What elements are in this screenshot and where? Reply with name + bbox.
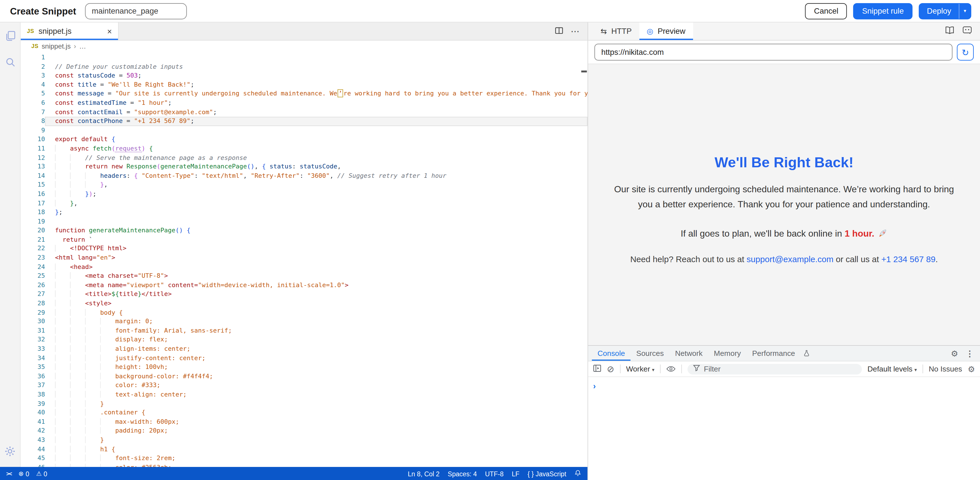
indentation-setting[interactable]: Spaces: 4 — [448, 470, 477, 477]
tab-preview[interactable]: ◎ Preview — [639, 22, 693, 40]
devtools-tab-console[interactable]: Console — [592, 346, 630, 361]
devtools-menu-kebab-icon[interactable]: ⋮ — [966, 349, 974, 358]
code-line[interactable]: 2// Define your customizable inputs — [21, 62, 587, 71]
preview-url-input[interactable] — [594, 44, 952, 60]
code-line[interactable]: 3const statusCode = 503; — [21, 71, 587, 80]
split-editor-icon[interactable] — [555, 25, 563, 37]
code-line[interactable]: 20function generateMaintenancePage() { — [21, 226, 587, 235]
code-line[interactable]: 9 — [21, 126, 587, 135]
code-line[interactable]: 1 — [21, 53, 587, 62]
deploy-button[interactable]: Deploy ▾ — [919, 3, 971, 19]
tab-snippet-js[interactable]: JS snippet.js × — [21, 22, 119, 40]
language-mode[interactable]: { } JavaScript — [528, 470, 566, 477]
code-line[interactable]: 32 display: flex; — [21, 336, 587, 345]
code-line[interactable]: 39 } — [21, 399, 587, 409]
close-tab-icon[interactable]: × — [107, 27, 112, 35]
cursor-position[interactable]: Ln 8, Col 2 — [408, 470, 440, 477]
files-icon[interactable] — [4, 30, 16, 44]
discord-icon[interactable] — [963, 25, 972, 37]
console-settings-gear-icon[interactable]: ⚙ — [968, 365, 975, 373]
code-line[interactable]: 23<html lang="en"> — [21, 253, 587, 263]
eol-setting[interactable]: LF — [512, 470, 519, 477]
problems-warnings[interactable]: ⚠ 0 — [36, 470, 47, 477]
search-icon[interactable] — [5, 57, 15, 70]
code-line[interactable]: 14 headers: { "Content-Type": "text/html… — [21, 171, 587, 181]
code-line[interactable]: 19 — [21, 217, 587, 226]
code-line[interactable]: 41 max-width: 600px; — [21, 418, 587, 427]
devtools-settings-gear-icon[interactable]: ⚙ — [951, 349, 958, 358]
code-line[interactable]: 7const contactEmail = "support@example.c… — [21, 108, 587, 117]
snippet-rule-button[interactable]: Snippet rule — [853, 3, 913, 19]
code-line[interactable]: 35 height: 100vh; — [21, 363, 587, 372]
devtools-tab-memory[interactable]: Memory — [708, 346, 746, 361]
devtools-tab-sources[interactable]: Sources — [631, 346, 670, 361]
console-prompt-chevron[interactable]: › — [593, 382, 596, 391]
code-line[interactable]: 22 <!DOCTYPE html> — [21, 244, 587, 253]
code-line[interactable]: 26 <meta name="viewport" content="width=… — [21, 281, 587, 290]
code-line[interactable]: 33 align-items: center; — [21, 345, 587, 353]
code-line[interactable]: 40 .container { — [21, 409, 587, 418]
code-line[interactable]: 42 padding: 20px; — [21, 427, 587, 436]
code-line[interactable]: 5const message = "Our site is currently … — [21, 89, 587, 98]
deploy-label[interactable]: Deploy — [920, 6, 959, 15]
code-line[interactable]: 34 justify-content: center; — [21, 353, 587, 363]
notifications-bell-icon[interactable] — [574, 469, 581, 478]
refresh-button[interactable]: ↻ — [957, 44, 974, 60]
code-line[interactable]: 10export default { — [21, 135, 587, 144]
code-line[interactable]: 36 background-color: #f4f4f4; — [21, 372, 587, 381]
code-line[interactable]: 37 color: #333; — [21, 381, 587, 390]
code-line[interactable]: 4const title = "We'll Be Right Back!"; — [21, 80, 587, 89]
code-line[interactable]: 28 <style> — [21, 299, 587, 308]
breadcrumb-more[interactable]: … — [80, 42, 86, 50]
tab-filename[interactable]: snippet.js — [38, 27, 72, 36]
code-line[interactable]: 30 margin: 0; — [21, 317, 587, 326]
code-line[interactable]: 44 h1 { — [21, 445, 587, 454]
code-line[interactable]: 27 <title>${title}</title> — [21, 290, 587, 299]
more-actions-icon[interactable]: ⋯ — [571, 26, 580, 36]
code-editor[interactable]: 12// Define your customizable inputs3con… — [21, 52, 587, 467]
tab-http[interactable]: ⇆ HTTP — [593, 22, 639, 40]
code-line[interactable]: 21 return ` — [21, 235, 587, 244]
code-line[interactable]: 12 // Serve the maintenance page as a re… — [21, 154, 587, 162]
code-line[interactable]: 16 }); — [21, 190, 587, 199]
experiments-flask-icon[interactable] — [801, 346, 813, 361]
toolbar-divider — [681, 364, 682, 373]
docs-book-icon[interactable] — [945, 25, 955, 37]
code-line[interactable]: 17 }, — [21, 199, 587, 208]
code-line[interactable]: 43 } — [21, 436, 587, 445]
settings-gear-icon[interactable] — [4, 446, 16, 459]
code-line[interactable]: 6const estimatedTime = "1 hour"; — [21, 98, 587, 108]
code-line[interactable]: 46 color: #2563eb; — [21, 463, 587, 467]
console-filter-input[interactable]: Filter — [688, 364, 862, 374]
devtools-tab-performance[interactable]: Performance — [746, 346, 801, 361]
code-line[interactable]: 18}; — [21, 208, 587, 217]
console-output[interactable]: › — [588, 377, 980, 480]
code-line[interactable]: 8const contactPhone = "+1 234 567 89"; — [21, 117, 587, 126]
problems-errors[interactable]: ⊗ 0 — [19, 470, 29, 477]
code-line[interactable]: 24 <head> — [21, 263, 587, 271]
code-line[interactable]: 45 font-size: 2rem; — [21, 454, 587, 463]
phone-link[interactable]: +1 234 567 89 — [881, 255, 935, 264]
devtools-tab-network[interactable]: Network — [670, 346, 708, 361]
execution-context-selector[interactable]: Worker▾ — [626, 364, 655, 373]
clear-console-icon[interactable]: ⊘ — [607, 364, 614, 373]
deploy-dropdown-caret-icon[interactable]: ▾ — [959, 3, 970, 19]
issues-counter[interactable]: No Issues — [929, 364, 962, 373]
log-levels-selector[interactable]: Default levels▾ — [867, 364, 917, 373]
cancel-button[interactable]: Cancel — [805, 3, 847, 19]
code-line[interactable]: 29 body { — [21, 308, 587, 317]
breadcrumb-file[interactable]: snippet.js — [41, 42, 70, 50]
code-line[interactable]: 11 async fetch(request) { — [21, 144, 587, 154]
breadcrumb[interactable]: JS snippet.js › … — [21, 41, 587, 52]
code-line[interactable]: 31 font-family: Arial, sans-serif; — [21, 326, 587, 336]
remote-indicator-icon[interactable]: >< — [6, 470, 12, 477]
code-line[interactable]: 13 return new Response(generateMaintenan… — [21, 162, 587, 171]
console-sidebar-toggle-icon[interactable] — [593, 363, 601, 375]
snippet-name-input[interactable] — [85, 3, 187, 19]
support-email-link[interactable]: support@example.com — [746, 255, 834, 264]
code-line[interactable]: 38 text-align: center; — [21, 390, 587, 399]
live-expression-eye-icon[interactable] — [666, 363, 676, 375]
code-line[interactable]: 25 <meta charset="UTF-8"> — [21, 272, 587, 281]
encoding-setting[interactable]: UTF-8 — [485, 470, 503, 477]
code-line[interactable]: 15 }, — [21, 181, 587, 190]
